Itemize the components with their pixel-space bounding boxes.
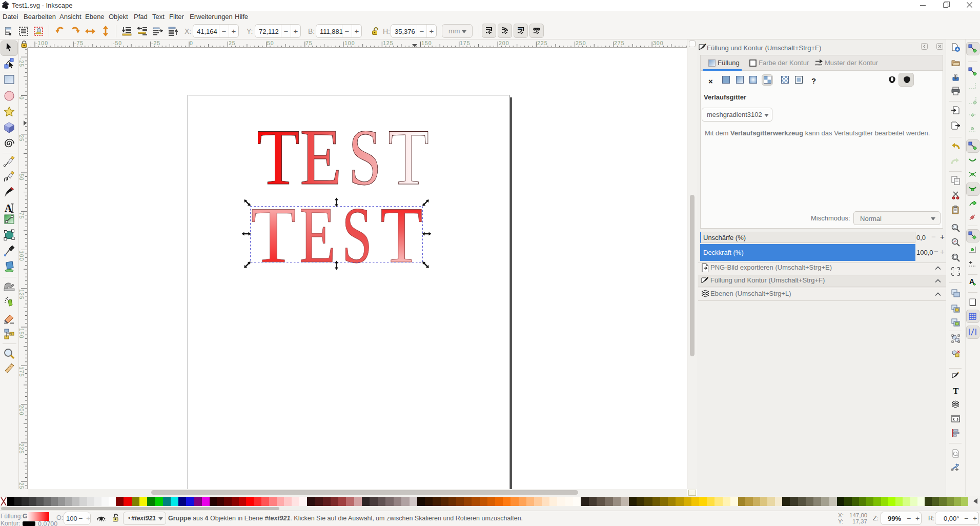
svg-text:T: T <box>953 387 959 395</box>
